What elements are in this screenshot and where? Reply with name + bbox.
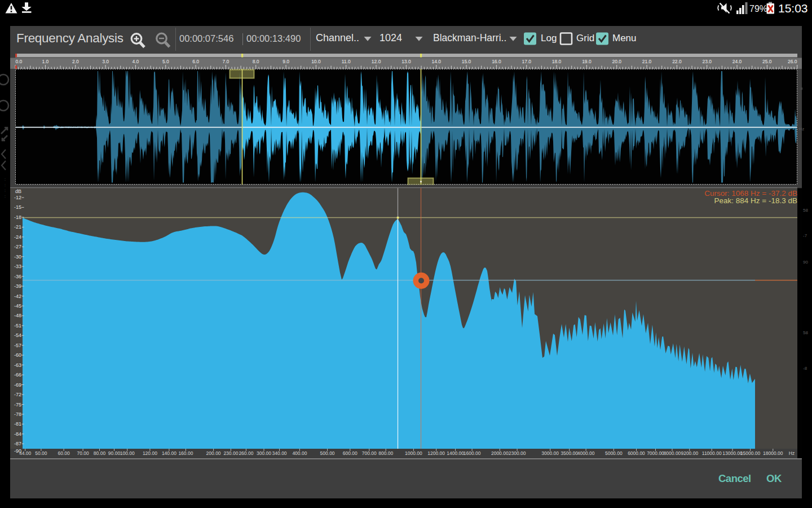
svg-text:-66: -66 [14,372,21,378]
svg-text:-18: -18 [14,214,21,220]
svg-text:20.0: 20.0 [612,59,621,64]
svg-text:0.0: 0.0 [16,59,23,64]
svg-text:1000.00: 1000.00 [405,450,422,456]
svg-text:800.00: 800.00 [378,450,393,456]
svg-text:90.00: 90.00 [108,450,121,456]
svg-text:24.0: 24.0 [732,59,742,64]
svg-text:-87: -87 [14,441,21,446]
svg-text:9200.00: 9200.00 [681,450,698,456]
svg-text:-81: -81 [14,421,21,427]
svg-text:23.0: 23.0 [702,59,712,64]
svg-text:-84: -84 [14,431,21,437]
svg-text:dB: dB [15,189,21,194]
svg-text:-42: -42 [14,294,21,299]
svg-text::: : [5,183,6,187]
svg-text:13.0: 13.0 [401,59,411,64]
svg-text:1400.00: 1400.00 [447,450,464,456]
svg-text:80.00: 80.00 [94,450,106,456]
svg-text:8.0: 8.0 [253,59,259,64]
svg-text:-27: -27 [14,244,21,249]
svg-text:21.0: 21.0 [642,59,652,64]
svg-text:-60: -60 [14,352,21,358]
svg-text:6000.00: 6000.00 [628,450,645,456]
svg-text:8000.00: 8000.00 [664,450,681,456]
svg-text:6.0: 6.0 [192,59,199,64]
svg-text:10.0: 10.0 [311,59,321,64]
svg-text:-12: -12 [14,195,21,200]
svg-text:Hz: Hz [799,126,804,132]
svg-text:-72: -72 [14,392,21,397]
svg-text:22.0: 22.0 [672,59,682,64]
svg-text:90: 90 [803,260,808,265]
svg-text:7.0: 7.0 [222,59,229,64]
svg-text:58: 58 [803,208,808,213]
svg-text:18000.00: 18000.00 [763,450,783,456]
svg-text:2300.00: 2300.00 [509,450,526,456]
svg-text:17.0: 17.0 [522,59,531,64]
svg-text:13000.00: 13000.00 [722,450,743,456]
svg-text:14.0: 14.0 [431,59,441,64]
svg-text:25.0: 25.0 [762,59,772,64]
svg-text:Hz: Hz [789,450,795,456]
svg-text:44.00: 44.00 [19,450,32,456]
svg-text:26.0: 26.0 [788,59,797,64]
svg-text:400.00: 400.00 [292,450,307,456]
svg-text:-39: -39 [14,283,21,289]
svg-text:7000.00: 7000.00 [647,450,664,456]
svg-text:11.0: 11.0 [342,59,351,64]
svg-text:-75: -75 [14,402,21,408]
svg-text:-7: -7 [803,233,807,238]
svg-text:12.0: 12.0 [372,59,381,64]
svg-text:3000.00: 3000.00 [541,450,559,456]
svg-text:1200.00: 1200.00 [427,450,445,456]
svg-text:16.0: 16.0 [492,59,501,64]
svg-text:230.00: 230.00 [223,450,238,456]
svg-text:-69: -69 [14,382,21,388]
svg-text:2.0: 2.0 [72,59,79,64]
svg-text::: : [5,177,6,181]
svg-text::: : [5,189,6,192]
svg-text:-36: -36 [14,274,21,279]
svg-text:200.00: 200.00 [206,450,221,456]
svg-text:4.0: 4.0 [132,59,139,64]
svg-text:-45: -45 [14,303,21,309]
svg-text:2000.00: 2000.00 [491,450,509,456]
svg-text:50.00: 50.00 [35,450,47,456]
svg-text:700.00: 700.00 [362,450,377,456]
svg-text:60.00: 60.00 [58,450,70,456]
svg-text:-30: -30 [14,254,21,260]
svg-text:5000.00: 5000.00 [605,450,623,456]
svg-text:9.0: 9.0 [283,59,289,64]
svg-text:-24: -24 [14,234,21,240]
svg-text:15.0: 15.0 [462,59,471,64]
svg-text:140.00: 140.00 [162,450,176,456]
svg-text:1600.00: 1600.00 [464,450,481,456]
svg-text:11000.00: 11000.00 [702,450,722,456]
svg-text:3500.00: 3500.00 [561,450,578,456]
svg-text:Peak: 884 Hz = -18.3 dB: Peak: 884 Hz = -18.3 dB [714,196,797,205]
svg-text:58: 58 [803,330,808,335]
svg-text:600.00: 600.00 [343,450,358,456]
svg-text:5.0: 5.0 [162,59,169,64]
svg-text:-63: -63 [14,362,21,368]
svg-text:-33: -33 [14,264,21,269]
svg-text:-51: -51 [14,323,21,329]
svg-text:340.00: 340.00 [272,450,287,456]
svg-text:-57: -57 [14,343,21,348]
svg-text:4000.00: 4000.00 [577,450,595,456]
svg-text:120.00: 120.00 [143,450,157,456]
svg-text:70.00: 70.00 [77,450,89,456]
svg-text:-15: -15 [14,204,21,210]
svg-text:500.00: 500.00 [320,450,335,456]
svg-text:260.00: 260.00 [239,450,253,456]
svg-text:-54: -54 [14,332,21,338]
svg-text:-78: -78 [14,411,21,417]
svg-text:300.00: 300.00 [257,450,271,456]
svg-text:160.00: 160.00 [178,450,193,456]
svg-text:15000.00: 15000.00 [740,450,761,456]
svg-text:19.0: 19.0 [582,59,592,64]
svg-text:-48: -48 [14,313,21,318]
svg-text:-21: -21 [14,224,21,230]
svg-text:18.0: 18.0 [552,59,562,64]
svg-text:100.00: 100.00 [120,450,135,456]
